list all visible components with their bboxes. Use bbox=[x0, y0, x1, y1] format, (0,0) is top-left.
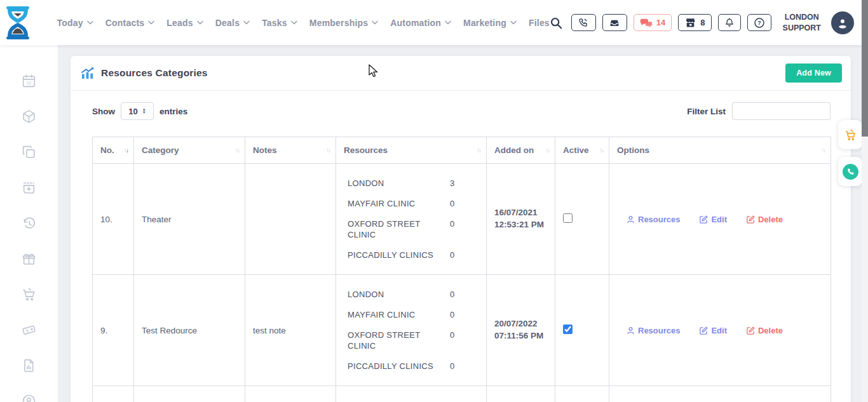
resource-count: 0 bbox=[450, 250, 454, 260]
sidebar: 12 bbox=[0, 45, 58, 402]
delete-link-label: Delete bbox=[758, 326, 783, 335]
column-header-active[interactable]: Active↑↓ bbox=[555, 137, 609, 164]
sort-icon: ↑↓ bbox=[545, 147, 549, 154]
nav-item-marketing[interactable]: Marketing bbox=[463, 18, 517, 28]
phone-icon bbox=[578, 17, 589, 28]
sidebar-item-copy[interactable] bbox=[21, 144, 37, 160]
calendar-icon: 12 bbox=[21, 73, 37, 89]
avatar[interactable] bbox=[831, 11, 854, 34]
column-header-options[interactable]: Options↑↓ bbox=[609, 137, 831, 164]
nav-item-tasks[interactable]: Tasks bbox=[262, 18, 297, 28]
store-button[interactable]: 8 bbox=[678, 14, 711, 31]
column-header-added-on[interactable]: Added on↑↓ bbox=[487, 137, 555, 164]
chevron-down-icon bbox=[372, 20, 378, 25]
nav-item-label: Automation bbox=[390, 18, 441, 28]
person-icon bbox=[627, 215, 635, 224]
help-button[interactable]: ? bbox=[747, 14, 771, 31]
edit-link-label: Edit bbox=[711, 326, 727, 335]
resource-line: LONDON3 bbox=[348, 178, 486, 189]
column-header-category[interactable]: Category↑↓ bbox=[134, 137, 245, 164]
copy-icon bbox=[21, 144, 37, 160]
edit-icon bbox=[747, 215, 755, 224]
delete-link[interactable]: Delete bbox=[747, 326, 783, 335]
nav-item-contacts[interactable]: Contacts bbox=[105, 18, 155, 28]
edit-link[interactable]: Edit bbox=[700, 326, 727, 335]
sidebar-item-calendar[interactable]: 12 bbox=[21, 72, 37, 89]
sort-icon: ↑↓ bbox=[821, 147, 825, 154]
cell-no: 9. bbox=[93, 275, 134, 386]
column-label: Active bbox=[563, 145, 589, 155]
svg-text:$: $ bbox=[25, 328, 29, 333]
search-button[interactable] bbox=[550, 17, 562, 29]
phone-circle bbox=[843, 164, 858, 180]
card-header: Resources Categories Add New bbox=[71, 56, 851, 91]
column-label: Added on bbox=[494, 145, 534, 155]
topbar-actions: 14 8 ? LONDON SUPPORT bbox=[550, 11, 868, 34]
nav-item-memberships[interactable]: Memberships bbox=[309, 18, 378, 28]
sidebar-item-bookings[interactable] bbox=[21, 179, 37, 196]
edit-link[interactable]: Edit bbox=[700, 215, 727, 224]
sidebar-item-discounts[interactable]: $ bbox=[21, 321, 37, 338]
cart-icon bbox=[21, 286, 37, 302]
scrollbar-thumb[interactable] bbox=[862, 0, 868, 137]
floating-cart-button[interactable] bbox=[838, 120, 862, 149]
sidebar-item-account[interactable] bbox=[21, 392, 37, 402]
chevron-down-icon bbox=[87, 20, 93, 25]
sidebar-item-history[interactable] bbox=[21, 215, 37, 231]
history-icon bbox=[21, 215, 37, 231]
added-time: 07:11:56 PM bbox=[494, 330, 555, 342]
page-size-select[interactable]: 10 ▲▼ bbox=[121, 102, 154, 120]
nav-item-deals[interactable]: Deals bbox=[215, 18, 250, 28]
column-header-resources[interactable]: Resources↑↓ bbox=[336, 137, 487, 164]
notifications-button[interactable] bbox=[718, 14, 741, 31]
chevron-down-icon bbox=[510, 20, 517, 25]
nav-item-today[interactable]: Today bbox=[57, 18, 93, 28]
resources-link[interactable]: Resources bbox=[627, 215, 680, 224]
chat-button[interactable]: 14 bbox=[634, 14, 672, 31]
svg-text:?: ? bbox=[757, 20, 761, 26]
cell-notes bbox=[245, 164, 336, 275]
chart-icon bbox=[81, 67, 95, 80]
nav-item-label: Deals bbox=[215, 18, 240, 28]
user-circle-icon bbox=[21, 393, 37, 402]
select-arrows-icon: ▲▼ bbox=[142, 108, 146, 114]
delete-link[interactable]: Delete bbox=[747, 215, 783, 224]
column-label: Options bbox=[617, 145, 649, 155]
active-checkbox[interactable] bbox=[563, 213, 573, 223]
page-title: Resources Categories bbox=[101, 67, 208, 79]
nav-item-leads[interactable]: Leads bbox=[166, 18, 203, 28]
filter-input[interactable] bbox=[732, 102, 831, 120]
column-header-no-[interactable]: No.↑↓ bbox=[93, 137, 134, 164]
resource-count: 0 bbox=[450, 361, 454, 372]
sidebar-item-products[interactable] bbox=[21, 108, 37, 124]
app-logo[interactable] bbox=[0, 6, 36, 40]
resources-link-label: Resources bbox=[638, 215, 680, 224]
inbox-button[interactable] bbox=[602, 14, 627, 31]
table-row: 10.TheaterLONDON3MAYFAIR CLINIC0OXFORD S… bbox=[93, 164, 831, 275]
add-new-button[interactable]: Add New bbox=[785, 64, 842, 83]
sidebar-item-cart[interactable] bbox=[21, 286, 37, 302]
table-body: 10.TheaterLONDON3MAYFAIR CLINIC0OXFORD S… bbox=[93, 164, 831, 402]
phone-button[interactable] bbox=[571, 14, 596, 31]
edit-icon bbox=[747, 326, 755, 335]
resource-line: PICCADILLY CLINICS0 bbox=[348, 361, 486, 372]
discount-tag-icon: $ bbox=[21, 322, 37, 338]
resource-count: 0 bbox=[450, 218, 454, 240]
scrollbar[interactable] bbox=[862, 0, 868, 402]
edit-link-label: Edit bbox=[711, 215, 727, 224]
resources-link[interactable]: Resources bbox=[627, 326, 680, 335]
column-header-notes[interactable]: Notes↑↓ bbox=[245, 137, 336, 164]
entries-label: entries bbox=[159, 107, 187, 116]
sidebar-item-reports[interactable] bbox=[21, 357, 37, 373]
active-checkbox[interactable] bbox=[563, 325, 573, 334]
bell-icon bbox=[724, 17, 735, 28]
chevron-down-icon bbox=[243, 20, 250, 25]
resource-name: LONDON bbox=[348, 178, 450, 189]
basket-icon bbox=[21, 180, 37, 196]
floating-phone-button[interactable] bbox=[838, 157, 862, 186]
nav-item-files[interactable]: Files bbox=[529, 18, 550, 28]
store-icon bbox=[684, 17, 696, 28]
sidebar-item-gifts[interactable] bbox=[21, 250, 37, 267]
nav-item-automation[interactable]: Automation bbox=[390, 18, 451, 28]
sort-icon: ↑↓ bbox=[599, 147, 603, 154]
